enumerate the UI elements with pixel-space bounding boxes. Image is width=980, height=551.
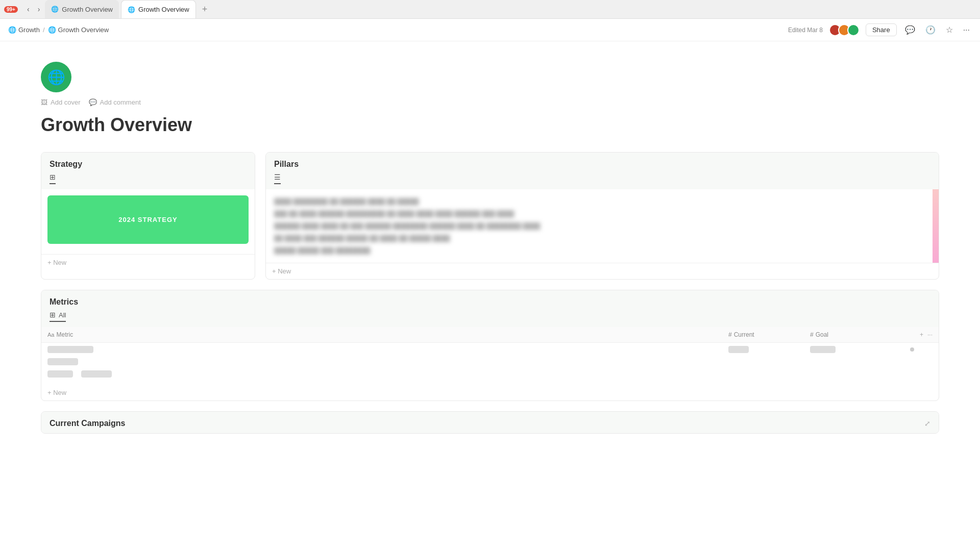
metrics-tab-all[interactable]: ⊞ All bbox=[50, 311, 66, 322]
metrics-new-button[interactable]: + New bbox=[41, 385, 939, 400]
metrics-block: Metrics ⊞ All Aa Metric # Current # bbox=[41, 290, 939, 401]
globe-icon: 🌐 bbox=[47, 69, 65, 86]
page-content: 🌐 🖼 Add cover 💬 Add comment Growth Overv… bbox=[0, 41, 980, 551]
metric-name-3a bbox=[47, 370, 73, 378]
tab-1[interactable]: 🌐 Growth Overview bbox=[45, 0, 119, 18]
forward-button[interactable]: › bbox=[35, 3, 43, 15]
campaigns-header: Current Campaigns ⤢ bbox=[41, 412, 939, 433]
avatar-3 bbox=[847, 24, 860, 36]
pillars-new-button[interactable]: + New bbox=[266, 263, 939, 279]
add-column-icon[interactable]: + bbox=[920, 331, 923, 338]
strategy-new-button[interactable]: + New bbox=[41, 254, 255, 270]
gallery-icon: ⊞ bbox=[50, 173, 56, 181]
strategy-header: Strategy ⊞ bbox=[41, 153, 255, 189]
campaigns-block: Current Campaigns ⤢ bbox=[41, 411, 939, 434]
more-columns-icon[interactable]: ··· bbox=[927, 331, 933, 338]
pillars-blurred-data: ████ ████████ ██ ██████ ████ ██ █████ ██… bbox=[274, 195, 930, 257]
edited-timestamp: Edited Mar 8 bbox=[788, 27, 823, 34]
campaigns-title: Current Campaigns bbox=[50, 419, 125, 428]
col-current-header: # Current bbox=[728, 331, 810, 338]
pillars-block: Pillars ☰ ████ ████████ ██ ██████ ████ █… bbox=[265, 152, 939, 280]
tab-bar: 99+ ‹ › 🌐 Growth Overview 🌐 Growth Overv… bbox=[0, 0, 980, 18]
number-icon-goal: # bbox=[810, 331, 814, 338]
metric-goal-1 bbox=[810, 346, 836, 353]
table-row[interactable] bbox=[47, 346, 933, 353]
expand-icon[interactable]: ⤢ bbox=[924, 419, 930, 428]
metrics-tab-all-label: All bbox=[59, 311, 66, 319]
pillars-tab-list[interactable]: ☰ bbox=[274, 173, 281, 184]
tab-1-icon: 🌐 bbox=[51, 6, 59, 13]
strategy-pillars-row: Strategy ⊞ 2024 STRATEGY + New Pillars ☰ bbox=[41, 152, 939, 280]
metric-current-1 bbox=[728, 346, 749, 353]
list-icon: ☰ bbox=[274, 173, 281, 181]
table-row[interactable] bbox=[47, 358, 933, 365]
pillars-header: Pillars ☰ bbox=[266, 153, 939, 189]
col-metric-header: Aa Metric bbox=[47, 331, 728, 338]
strategy-title: Strategy bbox=[50, 160, 247, 169]
strategy-gallery-content: 2024 STRATEGY bbox=[41, 189, 255, 254]
app-bar: 🌐 Growth / 🌐 Growth Overview Edited Mar … bbox=[0, 19, 980, 41]
strategy-block: Strategy ⊞ 2024 STRATEGY + New bbox=[41, 152, 255, 280]
collaborators-avatars bbox=[829, 24, 860, 36]
app-bar-right: Edited Mar 8 Share 💬 🕐 ☆ ··· bbox=[788, 23, 972, 37]
add-tab-button[interactable]: + bbox=[198, 2, 212, 17]
pillars-tabs: ☰ bbox=[274, 173, 930, 184]
pillars-title: Pillars bbox=[274, 160, 930, 169]
history-button[interactable]: 🕐 bbox=[923, 23, 938, 37]
add-comment-button[interactable]: 💬 Add comment bbox=[89, 98, 141, 106]
more-button[interactable]: ··· bbox=[961, 23, 972, 37]
table-icon: ⊞ bbox=[50, 311, 56, 319]
add-comment-label: Add comment bbox=[100, 98, 141, 106]
tab-2[interactable]: 🌐 Growth Overview bbox=[121, 0, 196, 18]
back-button[interactable]: ‹ bbox=[24, 3, 33, 15]
metrics-tabs: ⊞ All bbox=[50, 311, 930, 322]
share-button[interactable]: Share bbox=[866, 23, 897, 36]
metrics-header: Metrics ⊞ All bbox=[41, 290, 939, 327]
metric-name-1 bbox=[47, 346, 93, 353]
breadcrumb-separator: / bbox=[43, 26, 45, 34]
breadcrumb: 🌐 Growth / 🌐 Growth Overview bbox=[8, 26, 109, 34]
metrics-content: Aa Metric # Current # Goal + ··· bbox=[41, 327, 939, 400]
page-title: Growth Overview bbox=[41, 114, 939, 136]
metric-name-3b bbox=[81, 370, 112, 378]
pink-accent-bar bbox=[933, 189, 939, 263]
page-actions: 🖼 Add cover 💬 Add comment bbox=[41, 98, 939, 106]
breadcrumb-growth-overview[interactable]: 🌐 Growth Overview bbox=[48, 26, 109, 34]
growth-label: Growth bbox=[18, 26, 40, 34]
strategy-tabs: ⊞ bbox=[50, 173, 247, 184]
col-goal-header: # Goal bbox=[810, 331, 892, 338]
row-status-1 bbox=[910, 347, 914, 352]
add-cover-button[interactable]: 🖼 Add cover bbox=[41, 98, 81, 106]
comment-button[interactable]: 💬 bbox=[903, 23, 917, 37]
metrics-table-rows bbox=[41, 343, 939, 385]
notification-badge: 99+ bbox=[4, 6, 18, 13]
metrics-title: Metrics bbox=[50, 297, 930, 307]
browser-chrome: 99+ ‹ › 🌐 Growth Overview 🌐 Growth Overv… bbox=[0, 0, 980, 19]
strategy-card-2024[interactable]: 2024 STRATEGY bbox=[47, 195, 249, 244]
growth-icon: 🌐 bbox=[8, 26, 16, 34]
metric-name-2 bbox=[47, 358, 78, 365]
growth-overview-label: Growth Overview bbox=[58, 26, 109, 34]
tab-2-label: Growth Overview bbox=[138, 6, 189, 13]
page-icon[interactable]: 🌐 bbox=[41, 62, 71, 92]
breadcrumb-growth[interactable]: 🌐 Growth bbox=[8, 26, 40, 34]
strategy-tab-gallery[interactable]: ⊞ bbox=[50, 173, 56, 184]
add-cover-label: Add cover bbox=[51, 98, 81, 106]
add-comment-icon: 💬 bbox=[89, 98, 97, 106]
table-row[interactable] bbox=[47, 370, 933, 378]
tab-2-icon: 🌐 bbox=[128, 6, 135, 13]
text-type-icon: Aa bbox=[47, 332, 54, 338]
favorite-button[interactable]: ☆ bbox=[944, 23, 955, 37]
metrics-table-header: Aa Metric # Current # Goal + ··· bbox=[41, 327, 939, 343]
col-actions-header: + ··· bbox=[892, 331, 933, 338]
add-cover-icon: 🖼 bbox=[41, 98, 47, 106]
growth-overview-icon: 🌐 bbox=[48, 26, 56, 34]
pillars-content: ████ ████████ ██ ██████ ████ ██ █████ ██… bbox=[266, 189, 939, 263]
tab-1-label: Growth Overview bbox=[62, 6, 113, 13]
number-icon-current: # bbox=[728, 331, 732, 338]
